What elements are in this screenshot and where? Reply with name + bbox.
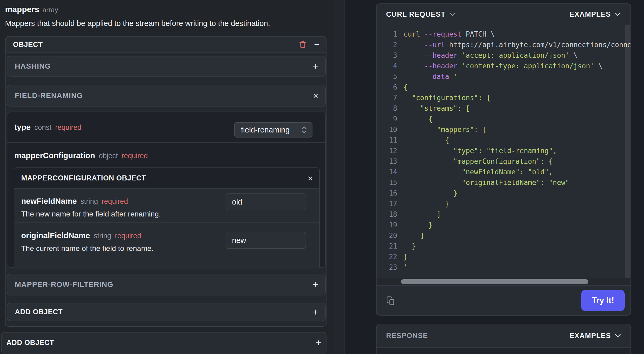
code-line-number: 12 (377, 145, 397, 156)
code-line-number: 7 (377, 92, 397, 103)
new-field-name-description: The new name for the field after renamin… (21, 210, 319, 218)
new-field-name-row: newFieldName string required The new nam… (14, 189, 319, 223)
response-examples-dropdown[interactable]: EXAMPLES (569, 332, 621, 340)
curl-request-title: CURL REQUEST (386, 10, 446, 19)
code-line: --header 'content-type: application/json… (404, 61, 630, 71)
add-object-label: ADD OBJECT (15, 308, 63, 316)
expand-hashing-button[interactable]: + (313, 61, 318, 71)
add-object-row[interactable]: ADD OBJECT + (7, 303, 326, 321)
code-line: } (404, 188, 630, 198)
mapper-configuration-object-title: MAPPERCONFIGURATION OBJECT (21, 174, 146, 182)
chevron-down-icon (615, 12, 621, 16)
collapse-object-button[interactable]: − (314, 40, 320, 49)
curl-examples-dropdown[interactable]: EXAMPLES (569, 10, 621, 19)
close-icon: × (313, 91, 318, 100)
code-line: } (404, 251, 630, 262)
add-object-button[interactable]: + (313, 307, 318, 317)
code-block: 1234567891011121314151617181920212223 cu… (377, 25, 630, 285)
delete-object-button[interactable] (298, 40, 307, 49)
code-line-number: 10 (377, 124, 397, 135)
copy-code-button[interactable] (386, 295, 396, 307)
section-hashing[interactable]: HASHING + (7, 56, 326, 77)
code-line: "newFieldName": "old", (404, 167, 630, 177)
close-icon: × (308, 174, 313, 183)
code-line-number: 21 (377, 241, 397, 251)
new-field-name-input[interactable] (226, 193, 306, 210)
mapper-configuration-kind: object (99, 152, 118, 160)
code-line-number: 3 (377, 50, 397, 61)
field-renaming-label: FIELD-RENAMING (15, 91, 83, 100)
try-it-button[interactable]: Try It! (581, 290, 625, 311)
copy-icon (386, 295, 396, 307)
code-line-number: 23 (377, 262, 397, 273)
plus-icon: + (316, 338, 321, 348)
code-line-number: 8 (377, 103, 397, 114)
code-vertical-scrollbar[interactable] (625, 25, 630, 278)
type-name: type (14, 123, 31, 132)
object-card-actions: − (298, 40, 320, 49)
section-mapper-row-filtering[interactable]: MAPPER-ROW-FILTERING + (7, 274, 326, 295)
code-gutter: 1234567891011121314151617181920212223 (377, 29, 397, 273)
type-select[interactable]: field-renaming (234, 122, 312, 138)
response-panel-header: RESPONSE EXAMPLES (377, 324, 630, 348)
curl-panel-footer: Try It! (377, 285, 630, 316)
new-field-name: newFieldName (21, 197, 77, 206)
pane-scrollbar-gutter[interactable] (332, 0, 345, 354)
code-line-number: 1 (377, 29, 397, 39)
code-line-number: 9 (377, 114, 397, 124)
code-line: "type": "field-renaming", (404, 145, 630, 156)
code-line: "originalFieldName": "new" (404, 177, 630, 188)
code-line: --url https://api.airbyte.com/v1/connect… (404, 39, 630, 50)
expand-mapper-row-filtering-button[interactable]: + (313, 280, 318, 289)
code-line: { (404, 114, 630, 124)
code-line: curl --request PATCH \ (404, 29, 630, 39)
code-horizontal-scrollbar-thumb[interactable] (401, 279, 588, 284)
code-line-number: 2 (377, 39, 397, 50)
code-line: "configurations": { (404, 92, 630, 103)
property-name: mappers (5, 5, 39, 14)
original-field-name: originalFieldName (21, 231, 90, 240)
mapper-configuration-row: mapperConfiguration object required (7, 143, 325, 167)
object-card-title: OBJECT (13, 41, 43, 49)
type-property-row: type const required field-renaming (7, 112, 325, 143)
add-object-outer-button[interactable]: + (316, 338, 321, 348)
curl-examples-label: EXAMPLES (569, 10, 611, 19)
code-line: ] (404, 230, 630, 241)
close-field-renaming-button[interactable]: × (313, 91, 318, 100)
add-object-outer-label: ADD OBJECT (6, 339, 54, 347)
minus-icon: − (314, 40, 320, 49)
code-line: ] (404, 209, 630, 220)
code-line: } (404, 198, 630, 209)
section-field-renaming[interactable]: FIELD-RENAMING × (7, 85, 326, 107)
response-panel: RESPONSE EXAMPLES (376, 324, 631, 354)
hashing-label: HASHING (15, 62, 51, 70)
code-horizontal-scrollbar[interactable] (377, 278, 630, 285)
code-line: ' (404, 262, 630, 273)
original-field-name-input[interactable] (226, 232, 306, 249)
field-renaming-detail: type const required field-renaming (7, 112, 326, 268)
object-card-header: OBJECT − (6, 37, 326, 53)
code-scroll: 1234567891011121314151617181920212223 cu… (377, 29, 630, 273)
add-object-outer-row[interactable]: ADD OBJECT + (1, 332, 327, 353)
code-line: { (404, 82, 630, 92)
curl-request-dropdown[interactable]: CURL REQUEST (386, 10, 456, 19)
plus-icon: + (313, 61, 318, 71)
object-card: OBJECT − (5, 36, 327, 327)
schema-pane: mappersarray Mappers that should be appl… (0, 0, 332, 354)
mapper-configuration-object-card: MAPPERCONFIGURATION OBJECT × newFieldNam… (14, 167, 320, 268)
code-line-number: 16 (377, 188, 397, 198)
mapper-configuration-label: mapperConfiguration object required (14, 151, 148, 160)
original-field-name-required-badge: required (115, 232, 141, 240)
property-type-badge: array (42, 6, 58, 14)
property-description: Mappers that should be applied to the st… (5, 19, 270, 28)
code-line-number: 4 (377, 61, 397, 71)
response-title: RESPONSE (386, 332, 428, 340)
code-line-number: 11 (377, 135, 397, 145)
type-required-badge: required (55, 123, 81, 132)
type-kind: const (34, 123, 52, 132)
mapper-configuration-required-badge: required (122, 152, 148, 160)
code-line: } (404, 220, 630, 230)
curl-panel-header: CURL REQUEST EXAMPLES (377, 4, 630, 25)
code-line: "mapperConfiguration": { (404, 156, 630, 167)
close-mapper-configuration-button[interactable]: × (308, 174, 313, 183)
